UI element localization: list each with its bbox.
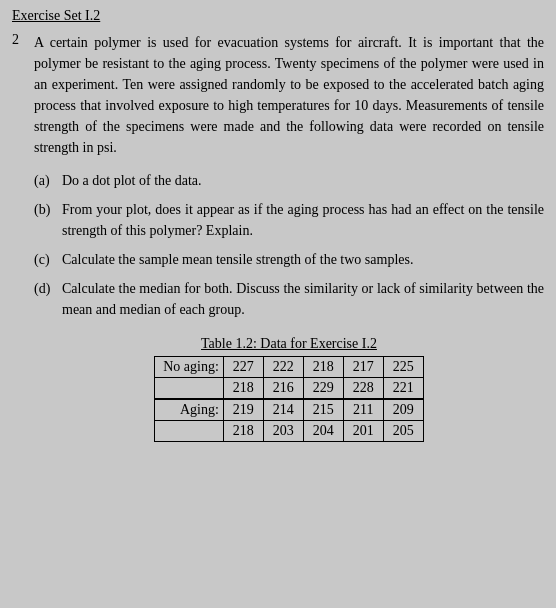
cell-1-2: 222 [263, 357, 303, 378]
table-row: Aging: 219 214 215 211 209 [155, 399, 424, 421]
table-section: Table 1.2: Data for Exercise I.2 No agin… [34, 336, 544, 442]
cell-2-1: 218 [223, 378, 263, 400]
exercise-number: 2 [12, 32, 28, 442]
cell-4-4: 201 [343, 421, 383, 442]
exercise-content: A certain polymer is used for evacuation… [34, 32, 544, 442]
part-a-label: (a) [34, 170, 56, 191]
cell-2-5: 221 [383, 378, 423, 400]
cell-2-2: 216 [263, 378, 303, 400]
part-b: (b) From your plot, does it appear as if… [34, 199, 544, 241]
intro-text: A certain polymer is used for evacuation… [34, 32, 544, 158]
table-row: 218 203 204 201 205 [155, 421, 424, 442]
row-label-1: No aging: [155, 357, 224, 378]
cell-2-3: 229 [303, 378, 343, 400]
part-c-text: Calculate the sample mean tensile streng… [62, 249, 544, 270]
exercise-title: Exercise Set I.2 [12, 8, 544, 24]
cell-1-3: 218 [303, 357, 343, 378]
cell-4-3: 204 [303, 421, 343, 442]
parts-list: (a) Do a dot plot of the data. (b) From … [34, 170, 544, 320]
part-d: (d) Calculate the median for both. Discu… [34, 278, 544, 320]
cell-3-3: 215 [303, 399, 343, 421]
part-b-text: From your plot, does it appear as if the… [62, 199, 544, 241]
table-row: 218 216 229 228 221 [155, 378, 424, 400]
cell-4-1: 218 [223, 421, 263, 442]
cell-3-4: 211 [343, 399, 383, 421]
cell-1-1: 227 [223, 357, 263, 378]
cell-3-2: 214 [263, 399, 303, 421]
part-a-text: Do a dot plot of the data. [62, 170, 544, 191]
part-b-label: (b) [34, 199, 56, 241]
cell-2-4: 228 [343, 378, 383, 400]
row-label-4 [155, 421, 224, 442]
table-row: No aging: 227 222 218 217 225 [155, 357, 424, 378]
data-table: No aging: 227 222 218 217 225 218 216 22… [154, 356, 424, 442]
part-c: (c) Calculate the sample mean tensile st… [34, 249, 544, 270]
part-d-label: (d) [34, 278, 56, 320]
exercise-block: 2 A certain polymer is used for evacuati… [12, 32, 544, 442]
cell-1-4: 217 [343, 357, 383, 378]
part-c-label: (c) [34, 249, 56, 270]
cell-4-2: 203 [263, 421, 303, 442]
cell-4-5: 205 [383, 421, 423, 442]
part-d-text: Calculate the median for both. Discuss t… [62, 278, 544, 320]
cell-3-5: 209 [383, 399, 423, 421]
row-label-3: Aging: [155, 399, 224, 421]
part-a: (a) Do a dot plot of the data. [34, 170, 544, 191]
table-caption: Table 1.2: Data for Exercise I.2 [201, 336, 377, 352]
row-label-2 [155, 378, 224, 400]
cell-1-5: 225 [383, 357, 423, 378]
cell-3-1: 219 [223, 399, 263, 421]
